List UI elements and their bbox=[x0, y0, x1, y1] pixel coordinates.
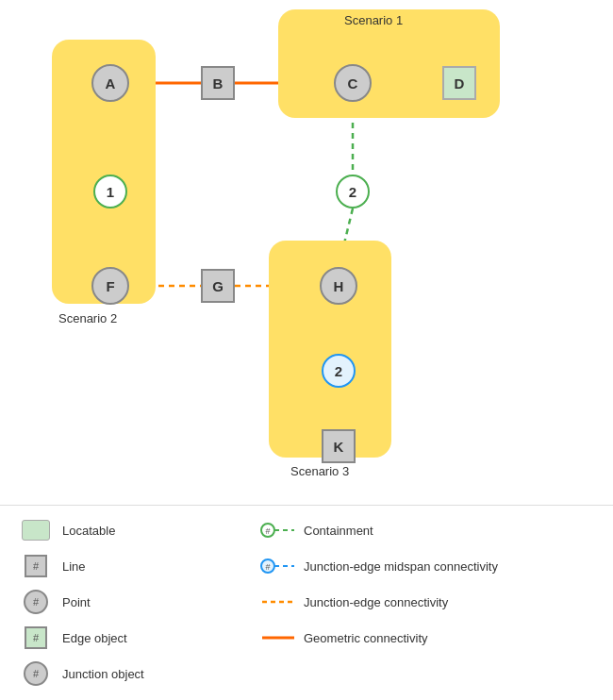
legend-area: Locatable # Line # Point # Edge object #… bbox=[0, 505, 613, 700]
legend-geometric-icon bbox=[260, 625, 294, 651]
legend-left: Locatable # Line # Point # Edge object #… bbox=[19, 517, 241, 689]
legend-midspan: # Junction-edge midspan connectivity bbox=[260, 553, 594, 579]
node-G: G bbox=[201, 269, 235, 303]
legend-geometric: Geometric connectivity bbox=[260, 625, 594, 651]
legend-edge-object-icon: # bbox=[19, 625, 53, 651]
legend-point-label: Point bbox=[62, 595, 91, 609]
legend-line: # Line bbox=[19, 553, 241, 579]
legend-locatable: Locatable bbox=[19, 517, 241, 543]
node-2bot: 2 bbox=[322, 354, 356, 388]
svg-text:#: # bbox=[265, 562, 270, 572]
legend-junction-object: # Junction object bbox=[19, 660, 241, 687]
legend-junction-edge: Junction-edge connectivity bbox=[260, 589, 594, 615]
legend-point-icon: # bbox=[19, 589, 53, 615]
legend-locatable-icon bbox=[19, 517, 53, 543]
scenario1-label: Scenario 1 bbox=[344, 13, 403, 27]
legend-edge-object-label: Edge object bbox=[62, 631, 127, 645]
legend-geometric-label: Geometric connectivity bbox=[304, 631, 428, 645]
legend-edge-object: # Edge object bbox=[19, 625, 241, 651]
node-D: D bbox=[442, 66, 476, 100]
legend-point: # Point bbox=[19, 589, 241, 615]
svg-text:#: # bbox=[265, 526, 270, 536]
legend-containment-label: Containment bbox=[304, 524, 373, 538]
node-2top: 2 bbox=[336, 175, 370, 208]
legend-junction-edge-label: Junction-edge connectivity bbox=[304, 595, 448, 609]
node-H: H bbox=[320, 267, 357, 305]
scenario2-label: Scenario 2 bbox=[58, 311, 117, 325]
diagram-area: Scenario 1 Scenario 2 Scenario 3 A B C D… bbox=[0, 0, 613, 500]
node-1: 1 bbox=[93, 175, 127, 208]
node-C: C bbox=[334, 64, 372, 102]
legend-containment-icon: # bbox=[260, 517, 294, 543]
legend-line-label: Line bbox=[62, 559, 86, 574]
legend-locatable-label: Locatable bbox=[62, 524, 115, 538]
node-F: F bbox=[91, 267, 129, 305]
legend-right: # Containment # Junction-edge midspan co… bbox=[260, 517, 594, 689]
node-B: B bbox=[201, 66, 235, 100]
node-K: K bbox=[322, 429, 356, 463]
legend-line-icon: # bbox=[19, 553, 53, 579]
scenario3-label: Scenario 3 bbox=[290, 464, 349, 478]
legend-midspan-icon: # bbox=[260, 553, 294, 579]
node-A: A bbox=[91, 64, 129, 102]
legend-junction-object-label: Junction object bbox=[62, 667, 144, 681]
legend-containment: # Containment bbox=[260, 517, 594, 543]
legend-midspan-label: Junction-edge midspan connectivity bbox=[304, 559, 498, 574]
legend-junction-object-icon: # bbox=[19, 660, 53, 687]
legend-junction-edge-icon bbox=[260, 589, 294, 615]
